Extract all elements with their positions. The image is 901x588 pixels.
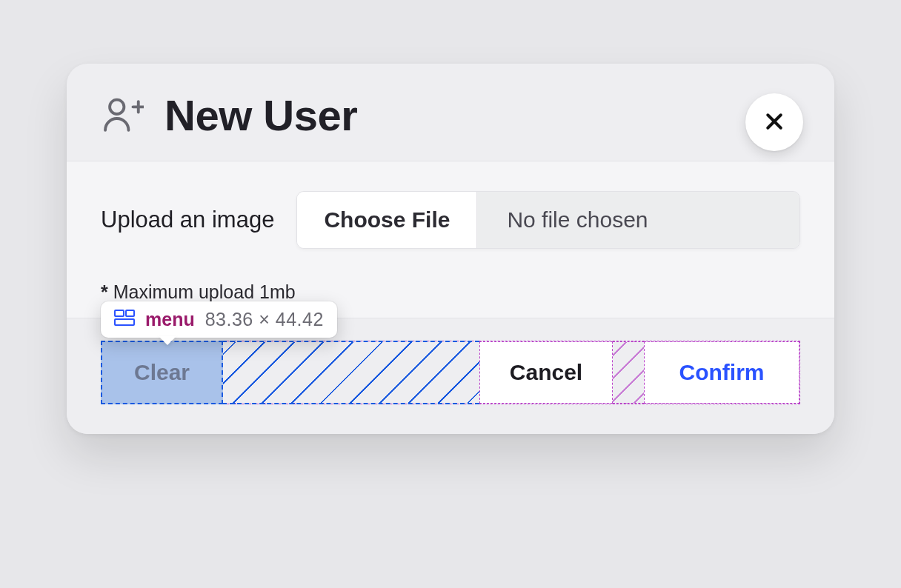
clear-cell: Clear bbox=[101, 341, 223, 404]
svg-rect-5 bbox=[115, 310, 124, 316]
confirm-button[interactable]: Confirm bbox=[679, 360, 765, 385]
hint-asterisk: * bbox=[101, 281, 108, 302]
dialog-body: Upload an image Choose File No file chos… bbox=[67, 161, 834, 318]
actions-row: Clear Cancel Confirm bbox=[101, 341, 800, 404]
dialog-title: New User bbox=[164, 90, 357, 140]
clear-button[interactable]: Clear bbox=[134, 360, 190, 385]
flex-layout-icon bbox=[114, 309, 135, 330]
svg-point-0 bbox=[110, 99, 124, 113]
devtools-tooltip: menu 83.36 × 44.42 bbox=[101, 301, 337, 338]
confirm-cell: Confirm bbox=[644, 341, 799, 404]
cancel-cell: Cancel bbox=[479, 341, 613, 404]
file-status-text: No file chosen bbox=[477, 192, 799, 248]
svg-rect-6 bbox=[126, 310, 134, 316]
upload-row: Upload an image Choose File No file chos… bbox=[101, 191, 800, 249]
devtools-dimensions: 83.36 × 44.42 bbox=[205, 309, 324, 330]
dialog-header: New User bbox=[67, 64, 834, 161]
svg-rect-7 bbox=[115, 319, 134, 325]
choose-file-button[interactable]: Choose File bbox=[297, 192, 477, 248]
gap-overlay bbox=[613, 341, 644, 404]
devtools-tag: menu bbox=[145, 309, 195, 330]
flex-spacer-overlay bbox=[222, 341, 479, 404]
new-user-dialog: New User Upload an image Choose File No … bbox=[67, 64, 834, 434]
upload-hint: * Maximum upload 1mb menu 83.36 × 44.42 bbox=[101, 281, 800, 303]
cancel-button[interactable]: Cancel bbox=[510, 360, 582, 385]
close-button[interactable] bbox=[745, 93, 803, 151]
file-input-group: Choose File No file chosen bbox=[296, 191, 800, 249]
user-plus-icon bbox=[101, 93, 144, 138]
upload-image-label: Upload an image bbox=[101, 207, 274, 233]
hint-text: Maximum upload 1mb bbox=[108, 281, 296, 302]
close-icon bbox=[763, 110, 785, 135]
